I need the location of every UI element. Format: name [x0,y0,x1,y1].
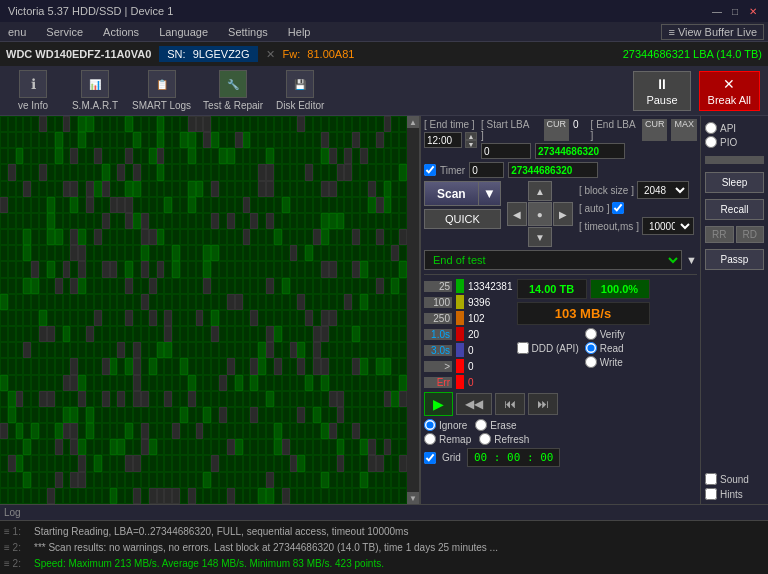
dir-center-button[interactable]: ● [528,202,552,226]
scan-cell [266,391,274,407]
scan-cell [376,391,384,407]
skip-prev-button[interactable]: ⏮ [495,393,525,415]
auto-checkbox[interactable] [612,202,624,214]
scan-cell [0,132,8,148]
rewind-button[interactable]: ◀◀ [456,393,492,415]
ignore-radio[interactable] [424,419,436,431]
read-radio[interactable] [585,342,597,354]
menu-service[interactable]: Service [42,26,87,38]
scan-cell [172,488,180,504]
scan-cell [203,261,211,277]
scan-cell [31,310,39,326]
erase-label: Erase [490,420,516,431]
verify-radio[interactable] [585,328,597,340]
stats-left: 25 13342381 100 9396 250 102 [424,279,513,389]
break-all-button[interactable]: ✕ Break All [699,71,760,111]
timer-checkbox[interactable] [424,164,436,176]
scan-cell [180,197,188,213]
view-buffer-button[interactable]: ≡ View Buffer Live [661,24,764,40]
dir-right-button[interactable]: ▶ [553,202,573,226]
scan-cell [352,391,360,407]
scan-cell [227,488,235,504]
scan-cell [141,326,149,342]
scan-cell [78,423,86,439]
pio-radio[interactable] [705,136,717,148]
play-button[interactable]: ▶ [424,392,453,416]
menu-enu[interactable]: enu [4,26,30,38]
scan-cell [360,197,368,213]
menu-actions[interactable]: Actions [99,26,143,38]
scan-cell [86,488,94,504]
time-up-btn[interactable]: ▲ [465,132,477,140]
scan-cell [164,197,172,213]
ddd-checkbox[interactable] [517,342,529,354]
write-radio[interactable] [585,356,597,368]
hints-checkbox[interactable] [705,488,717,500]
recall-button[interactable]: Recall [705,199,764,220]
menu-settings[interactable]: Settings [224,26,272,38]
toolbar-testrepair-button[interactable]: 🔧 Test & Repair [203,70,263,111]
timer-end-display[interactable] [508,162,598,178]
quick-button[interactable]: QUICK [424,209,501,229]
scan-dropdown-button[interactable]: ▼ [479,181,501,206]
scan-cell [384,455,392,471]
scan-cell [47,375,55,391]
scan-cell [31,229,39,245]
end-test-select[interactable]: End of test Loop Stop on error [424,250,682,270]
scan-cell [172,342,180,358]
scan-cell [391,213,399,229]
start-lba-input[interactable] [481,143,531,159]
timeout-select[interactable]: 10000500030000 [642,217,694,235]
toolbar-info-button[interactable]: ℹ ve Info [8,70,58,111]
end-lba-display[interactable] [535,143,625,159]
remap-radio[interactable] [424,433,436,445]
scan-cell [352,439,360,455]
scan-cell [55,472,63,488]
log-header: Log [0,505,768,521]
skip-next-button[interactable]: ⏭ [528,393,558,415]
menu-language[interactable]: Language [155,26,212,38]
api-radio[interactable] [705,122,717,134]
refresh-radio[interactable] [479,433,491,445]
scan-cell [157,439,165,455]
scan-cell [149,439,157,455]
time-input[interactable] [424,132,462,148]
menu-help[interactable]: Help [284,26,315,38]
dir-left-button[interactable]: ◀ [507,202,527,226]
scan-cell [321,245,329,261]
maximize-button[interactable]: □ [728,4,742,18]
passp-button[interactable]: Passp [705,249,764,270]
scan-cell [39,358,47,374]
block-size-select[interactable]: 20485124096 [637,181,689,199]
toolbar-diskeditor-button[interactable]: 💾 Disk Editor [275,70,325,111]
toolbar-smart-button[interactable]: 📊 S.M.A.R.T [70,70,120,111]
scan-scrollbar[interactable]: ▲ ▼ [407,116,419,504]
scroll-down-arrow[interactable]: ▼ [407,492,419,504]
toolbar-smartlogs-button[interactable]: 📋 SMART Logs [132,70,191,111]
scan-cell [70,132,78,148]
close-button[interactable]: ✕ [746,4,760,18]
erase-radio[interactable] [475,419,487,431]
pause-button[interactable]: ⏸ Pause [633,71,690,111]
dir-up-button[interactable]: ▲ [528,181,552,201]
scan-cell [164,407,172,423]
scan-cell [384,342,392,358]
rr-button[interactable]: RR [705,226,734,243]
timer-input[interactable] [469,162,504,178]
rd-button[interactable]: RD [736,226,765,243]
dir-down-button[interactable]: ▼ [528,227,552,247]
grid-checkbox[interactable] [424,452,436,464]
scan-cell [321,472,329,488]
scan-cell [250,439,258,455]
scroll-up-arrow[interactable]: ▲ [407,116,419,128]
scan-button[interactable]: Scan [424,181,479,206]
scan-cell [86,278,94,294]
time-down-btn[interactable]: ▼ [465,140,477,148]
sound-checkbox[interactable] [705,473,717,485]
scan-cell [164,455,172,471]
scan-cell [250,326,258,342]
scan-cell [290,181,298,197]
minimize-button[interactable]: — [710,4,724,18]
sleep-button[interactable]: Sleep [705,172,764,193]
scan-cell [157,213,165,229]
